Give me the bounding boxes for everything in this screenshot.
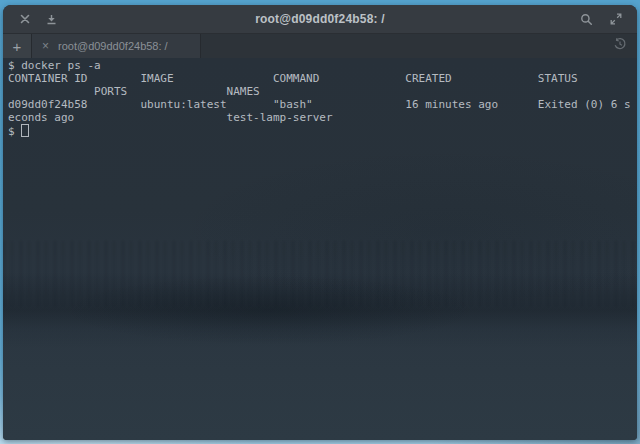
download-button[interactable] — [43, 11, 60, 28]
tab-bar: + × root@d09dd0f24b58: / — [3, 34, 637, 58]
close-icon — [20, 14, 30, 24]
search-button[interactable] — [578, 11, 595, 28]
new-tab-button[interactable]: + — [3, 34, 32, 58]
terminal-window: root@d09dd0f24b58: / + × root@d09dd0f24b… — [3, 5, 637, 440]
window-title: root@d09dd0f24b58: / — [3, 12, 637, 26]
terminal-line: d09dd0f24b58 ubuntu:latest "bash" 16 min… — [8, 98, 637, 111]
terminal-line: PORTS NAMES — [8, 85, 637, 98]
terminal-line: $ — [8, 124, 637, 138]
fullscreen-button[interactable] — [607, 11, 624, 28]
tab-label: root@d09dd0f24b58: / — [58, 40, 168, 52]
tab-close-icon[interactable]: × — [42, 40, 49, 52]
terminal-line: $ docker ps -a — [8, 59, 637, 72]
search-icon — [580, 13, 593, 26]
terminal-content: $ docker ps -aCONTAINER ID IMAGE COMMAND… — [8, 59, 637, 138]
titlebar[interactable]: root@d09dd0f24b58: / — [3, 5, 637, 34]
terminal-line: econds ago test-lamp-server — [8, 111, 637, 124]
terminal-line: CONTAINER ID IMAGE COMMAND CREATED STATU… — [8, 72, 637, 85]
terminal-cursor — [21, 124, 29, 137]
history-button[interactable] — [603, 34, 637, 58]
arrow-down-to-bar-icon — [46, 14, 57, 25]
tabbar-spacer — [201, 34, 603, 58]
clock-history-icon — [613, 37, 627, 55]
terminal-pane[interactable]: $ docker ps -aCONTAINER ID IMAGE COMMAND… — [3, 58, 637, 440]
expand-arrows-icon — [610, 13, 622, 25]
close-window-button[interactable] — [16, 11, 33, 28]
tab-root-session[interactable]: × root@d09dd0f24b58: / — [32, 34, 201, 58]
